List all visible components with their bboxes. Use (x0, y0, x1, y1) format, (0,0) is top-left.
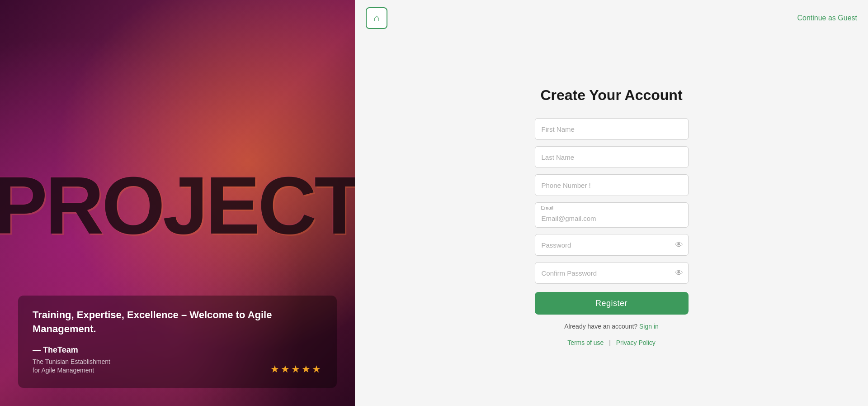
last-name-input[interactable] (535, 146, 689, 168)
first-name-input[interactable] (535, 118, 689, 140)
testimonial-author: — TheTeam (33, 345, 110, 355)
terms-of-use-link[interactable]: Terms of use (567, 339, 604, 346)
phone-input[interactable] (535, 174, 689, 196)
links-separator: | (609, 339, 611, 346)
last-name-wrapper (535, 146, 689, 168)
email-input[interactable] (535, 202, 689, 228)
confirm-password-wrapper: 👁︎ (535, 262, 689, 284)
testimonial-footer: — TheTeam The Tunisian Establishment for… (33, 345, 322, 375)
last-name-group (535, 146, 689, 168)
continue-as-guest-button[interactable]: Continue as Guest (797, 14, 857, 22)
already-account-text: Already have an account? (564, 323, 637, 330)
email-wrapper: Email (535, 202, 689, 228)
testimonial-author-block: — TheTeam The Tunisian Establishment for… (33, 345, 110, 375)
form-title: Create Your Account (540, 87, 682, 104)
project-text-shadow: PROJECT (0, 158, 355, 252)
password-visibility-toggle[interactable]: 👁︎ (675, 240, 683, 250)
register-button[interactable]: Register (535, 292, 689, 315)
confirm-password-input[interactable] (535, 262, 689, 284)
star-rating: ★★★★★ (270, 363, 322, 375)
first-name-wrapper (535, 118, 689, 140)
register-form: Email 👁︎ 👁︎ Register (535, 118, 689, 346)
links-row: Terms of use | Privacy Policy (535, 339, 689, 346)
password-group: 👁︎ (535, 234, 689, 256)
password-wrapper: 👁︎ (535, 234, 689, 256)
left-panel: PROJECT Training, Expertise, Excellence … (0, 0, 355, 406)
signin-row: Already have an account? Sign in (535, 323, 689, 330)
email-group: Email (535, 202, 689, 228)
phone-group (535, 174, 689, 196)
right-panel: ⌂ Continue as Guest Create Your Account (355, 0, 868, 406)
confirm-password-visibility-toggle[interactable]: 👁︎ (675, 268, 683, 278)
sign-in-link[interactable]: Sign in (639, 323, 659, 330)
home-icon: ⌂ (373, 12, 379, 24)
top-bar: ⌂ Continue as Guest (355, 0, 868, 36)
home-button[interactable]: ⌂ (366, 7, 387, 29)
testimonial-org-line2: for Agile Management (33, 366, 110, 375)
first-name-group (535, 118, 689, 140)
testimonial-org-line1: The Tunisian Establishment (33, 358, 110, 367)
form-container: Create Your Account (355, 36, 868, 406)
password-input[interactable] (535, 234, 689, 256)
testimonial-card: Training, Expertise, Excellence – Welcom… (18, 296, 337, 388)
privacy-policy-link[interactable]: Privacy Policy (616, 339, 656, 346)
confirm-password-group: 👁︎ (535, 262, 689, 284)
testimonial-quote: Training, Expertise, Excellence – Welcom… (33, 308, 322, 336)
phone-wrapper (535, 174, 689, 196)
